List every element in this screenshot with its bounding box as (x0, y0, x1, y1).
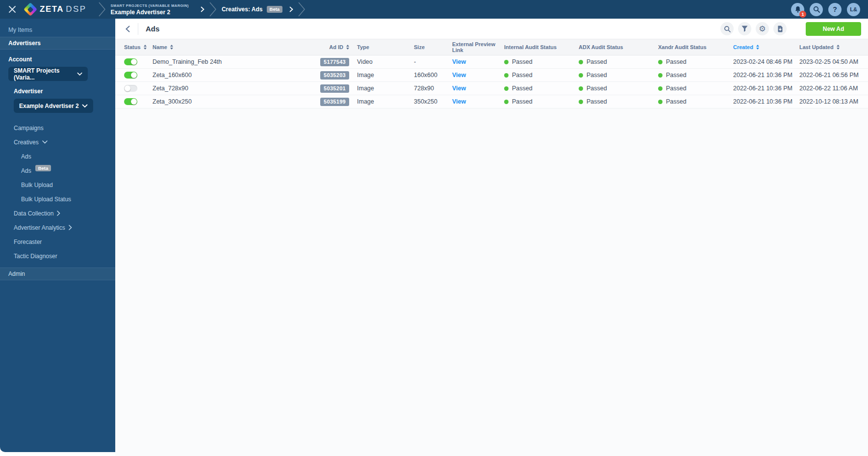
sidebar-item-campaigns[interactable]: Campaigns (0, 121, 115, 135)
campaigns-label: Campaigns (14, 125, 44, 132)
account-select-value: SMART Projects (Varia... (14, 67, 77, 81)
chevron-right-icon[interactable] (201, 6, 204, 12)
created-at: 2022-06-21 10:36 PM (733, 85, 799, 92)
column-label: Last Updated (799, 44, 834, 50)
status-text: Passed (666, 72, 687, 79)
page-title: Ads (146, 25, 159, 33)
brand-name: ZETA (40, 4, 64, 14)
settings-button[interactable]: ⚙ (756, 22, 769, 35)
advertisers-label: Advertisers (8, 40, 41, 47)
search-icon (724, 26, 731, 32)
sidebar-item-ads[interactable]: Ads (0, 149, 115, 163)
user-avatar[interactable]: L& (847, 3, 860, 16)
bulk-upload-label: Bulk Upload (21, 182, 53, 188)
ad-id-badge: 5177543 (320, 58, 349, 66)
column-header-internal-audit: Internal Audit Status (504, 44, 579, 50)
table-search-button[interactable] (720, 22, 734, 35)
sidebar-item-ads-beta[interactable]: Ads Beta (0, 163, 115, 178)
status-text: Passed (587, 98, 607, 105)
sidebar-item-bulk-upload-status[interactable]: Bulk Upload Status (0, 192, 115, 206)
xandr-audit-status: Passed (658, 85, 733, 92)
ad-size: 728x90 (414, 85, 452, 92)
account-section: Account SMART Projects (Varia... Adverti… (0, 50, 115, 113)
ad-type: Video (357, 58, 414, 65)
status-text: Passed (666, 98, 687, 105)
preview-link[interactable]: View (452, 85, 466, 92)
ad-name: Zeta_728x90 (153, 85, 322, 92)
ads-beta-label: Ads (21, 167, 31, 174)
filter-button[interactable] (738, 22, 751, 35)
global-search-button[interactable] (810, 3, 823, 16)
sidebar-nav: Campaigns Creatives Ads Ads Beta Bulk Up… (0, 121, 115, 263)
file-download-icon (777, 26, 783, 32)
column-header-name[interactable]: Name (153, 44, 322, 50)
status-text: Passed (666, 58, 687, 65)
column-header-last-updated[interactable]: Last Updated (799, 44, 868, 50)
breadcrumb-creatives-ads[interactable]: Creatives: Ads Beta (222, 6, 293, 13)
preview-link[interactable]: View (452, 58, 466, 65)
sort-icon (170, 45, 173, 50)
last-updated: 2022-10-12 08:13 AM (799, 98, 868, 105)
chevron-right-icon[interactable] (289, 6, 293, 12)
preview-link[interactable]: View (452, 72, 466, 79)
advertiser-select-value: Example Advertiser 2 (19, 103, 79, 109)
table-row: Demo_Training_Feb 24th 5177543 Video - V… (115, 55, 868, 69)
sort-icon (837, 45, 840, 50)
status-toggle[interactable] (124, 85, 137, 92)
gear-icon: ⚙ (759, 25, 766, 33)
column-label: ADX Audit Status (579, 44, 623, 50)
sidebar-item-advertisers[interactable]: Advertisers (0, 37, 115, 50)
column-header-status[interactable]: Status (124, 44, 153, 50)
close-icon[interactable] (7, 4, 18, 15)
breadcrumb-advertiser[interactable]: SMART PROJECTS (VARIABLE MARGIN) Example… (111, 3, 204, 16)
filter-funnel-icon (741, 26, 748, 32)
sort-icon (756, 45, 759, 50)
status-toggle[interactable] (124, 58, 137, 65)
passed-dot-icon (504, 86, 509, 91)
notifications-button[interactable]: 1 (791, 3, 804, 16)
last-updated: 2022-06-22 11:06 AM (799, 85, 868, 92)
status-toggle[interactable] (124, 72, 137, 79)
column-header-adx-audit: ADX Audit Status (579, 44, 658, 50)
sidebar-item-creatives[interactable]: Creatives (0, 135, 115, 149)
column-header-created[interactable]: Created (733, 44, 799, 50)
back-button[interactable] (121, 23, 134, 35)
column-label: Ad ID (329, 44, 343, 50)
created-at: 2022-06-21 10:36 PM (733, 72, 799, 79)
breadcrumb-separator-icon (298, 2, 306, 17)
table-row: Zeta_160x600 5035203 Image 160x600 View … (115, 69, 868, 82)
column-label: Xandr Audit Status (658, 44, 707, 50)
sidebar-item-admin[interactable]: Admin (0, 268, 115, 280)
toggle-knob (131, 99, 137, 105)
ad-size: 160x600 (414, 72, 452, 79)
notification-count-badge: 1 (799, 11, 806, 18)
account-select[interactable]: SMART Projects (Varia... (8, 67, 88, 81)
sidebar-item-my-items[interactable]: My Items (0, 23, 115, 37)
status-text: Passed (587, 85, 607, 92)
sidebar-item-forecaster[interactable]: Forecaster (0, 235, 115, 249)
zeta-diamond-icon (24, 2, 37, 16)
column-header-ad-id[interactable]: Ad ID (322, 44, 357, 50)
status-text: Passed (587, 58, 607, 65)
sidebar-item-advertiser-analytics[interactable]: Advertiser Analytics (0, 220, 115, 235)
advertiser-select[interactable]: Example Advertiser 2 (14, 99, 93, 113)
export-button[interactable] (773, 22, 787, 35)
status-toggle[interactable] (124, 98, 137, 105)
admin-label: Admin (8, 270, 25, 277)
passed-dot-icon (579, 100, 583, 104)
tactic-diagnoser-label: Tactic Diagnoser (14, 253, 57, 260)
forecaster-label: Forecaster (14, 239, 42, 245)
ad-size: - (414, 58, 452, 65)
avatar-initials: L& (850, 6, 857, 12)
preview-link[interactable]: View (452, 98, 466, 105)
ad-type: Image (357, 98, 414, 105)
zeta-dsp-logo: ZETADSP (26, 4, 87, 14)
new-ad-button[interactable]: New Ad (806, 22, 861, 36)
creatives-label: Creatives (14, 139, 39, 146)
sidebar-item-data-collection[interactable]: Data Collection (0, 206, 115, 220)
sidebar-item-tactic-diagnoser[interactable]: Tactic Diagnoser (0, 249, 115, 263)
sidebar-item-bulk-upload[interactable]: Bulk Upload (0, 178, 115, 192)
bulk-upload-status-label: Bulk Upload Status (21, 196, 71, 203)
column-label: Internal Audit Status (504, 44, 557, 50)
help-button[interactable]: ? (828, 3, 842, 16)
